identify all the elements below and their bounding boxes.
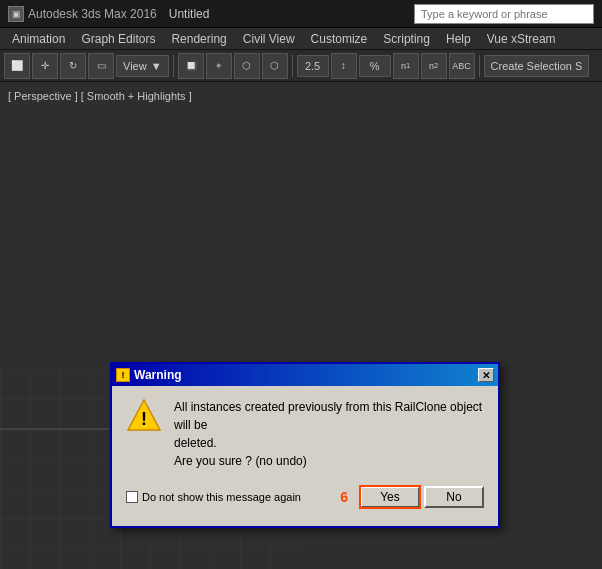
menu-scripting[interactable]: Scripting (375, 30, 438, 48)
toolbar-num-value[interactable]: 2.5 (297, 55, 329, 77)
checkbox-label: Do not show this message again (142, 491, 301, 503)
svg-text:!: ! (141, 409, 147, 429)
dialog-title: Warning (134, 368, 474, 382)
toolbar-snap-btn[interactable]: 🔲 (178, 53, 204, 79)
menu-animation[interactable]: Animation (4, 30, 73, 48)
menu-customize[interactable]: Customize (303, 30, 376, 48)
dialog-body: ! All instances created previously from … (112, 386, 498, 526)
toolbar-separator-3 (479, 55, 480, 77)
toolbar-move-btn[interactable]: ✛ (32, 53, 58, 79)
menu-graph-editors[interactable]: Graph Editors (73, 30, 163, 48)
toolbar-n2-btn[interactable]: n2 (421, 53, 447, 79)
app-name: Autodesk 3ds Max 2016 (28, 7, 157, 21)
toolbar-n1-btn[interactable]: n1 (393, 53, 419, 79)
menu-bar: Animation Graph Editors Rendering Civil … (0, 28, 602, 50)
toolbar-separator-1 (173, 55, 174, 77)
toolbar-percent-snap-btn[interactable]: ⬡ (234, 53, 260, 79)
warning-dialog: ! Warning ✕ ! All instances created prev… (110, 362, 500, 528)
yes-button[interactable]: Yes (360, 486, 420, 508)
dialog-close-button[interactable]: ✕ (478, 368, 494, 382)
toolbar-abc-btn[interactable]: ABC (449, 53, 475, 79)
toolbar-angle-snap-btn[interactable]: ⌖ (206, 53, 232, 79)
toolbar-separator-2 (292, 55, 293, 77)
toolbar: ⬜ ✛ ↻ ▭ View ▼ 🔲 ⌖ ⬡ ⬡ 2.5 ↕ % n1 n2 ABC… (0, 50, 602, 82)
toolbar-spinner-snap-btn[interactable]: ⬡ (262, 53, 288, 79)
search-input[interactable] (421, 8, 587, 20)
toolbar-arrow-btn[interactable]: ↕ (331, 53, 357, 79)
dialog-title-icon: ! (116, 368, 130, 382)
toolbar-select-btn[interactable]: ⬜ (4, 53, 30, 79)
no-button[interactable]: No (424, 486, 484, 508)
warning-icon: ! (126, 398, 162, 434)
dialog-titlebar: ! Warning ✕ (112, 364, 498, 386)
menu-help[interactable]: Help (438, 30, 479, 48)
menu-vue-xstream[interactable]: Vue xStream (479, 30, 564, 48)
toolbar-rotate-btn[interactable]: ↻ (60, 53, 86, 79)
dialog-message: All instances created previously from th… (174, 398, 484, 470)
checkbox-area: Do not show this message again (126, 491, 340, 503)
dialog-message-line1: All instances created previously from th… (174, 400, 482, 468)
toolbar-create-selection-btn[interactable]: Create Selection S (484, 55, 590, 77)
document-name: Untitled (169, 7, 210, 21)
dialog-content: ! All instances created previously from … (126, 398, 484, 470)
search-box[interactable] (414, 4, 594, 24)
toolbar-scale-btn[interactable]: ▭ (88, 53, 114, 79)
toolbar-view-label: View (123, 60, 147, 72)
viewport-label: [ Perspective ] [ Smooth + Highlights ] (8, 90, 192, 102)
dialog-footer: Do not show this message again 6 Yes No (126, 482, 484, 514)
toolbar-percent[interactable]: % (359, 55, 391, 77)
do-not-show-checkbox[interactable] (126, 491, 138, 503)
menu-rendering[interactable]: Rendering (163, 30, 234, 48)
dialog-number: 6 (340, 489, 348, 505)
app-icon: ▣ (8, 6, 24, 22)
viewport: [ Perspective ] [ Smooth + Highlights ] … (0, 82, 602, 569)
toolbar-view-dropdown[interactable]: View ▼ (116, 55, 169, 77)
title-bar-left: ▣ Autodesk 3ds Max 2016 Untitled (8, 6, 217, 22)
dropdown-arrow-icon: ▼ (151, 60, 162, 72)
menu-civil-view[interactable]: Civil View (235, 30, 303, 48)
title-bar: ▣ Autodesk 3ds Max 2016 Untitled (0, 0, 602, 28)
